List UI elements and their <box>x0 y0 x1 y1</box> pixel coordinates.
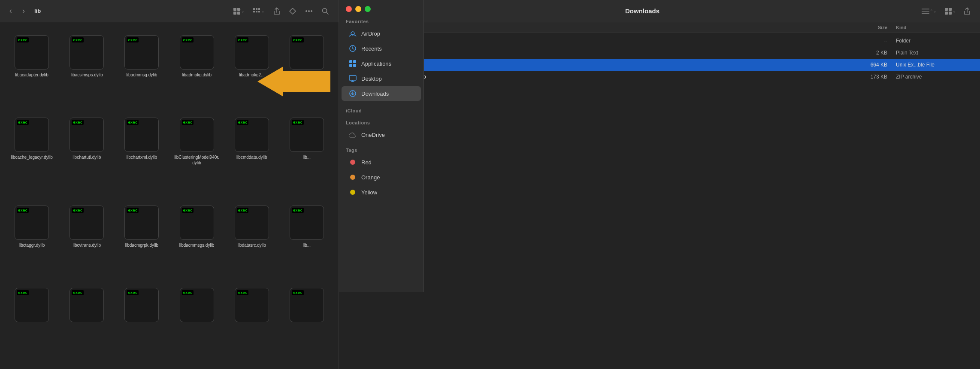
list-item[interactable]: exec libchartxml.dylib <box>114 113 169 201</box>
exec-badge: exec <box>237 290 249 295</box>
sidebar-item-applications[interactable]: Applications <box>342 56 421 71</box>
back-button[interactable]: ‹ <box>7 5 15 17</box>
list-item[interactable]: exec libctaggr.dylib <box>4 201 59 284</box>
file-name: libdacmgrpk.dylib <box>125 242 158 248</box>
file-icon: exec <box>70 288 104 322</box>
sidebar-item-onedrive[interactable]: OneDrive <box>342 127 421 142</box>
forward-button[interactable]: › <box>20 5 27 17</box>
svg-point-11 <box>305 10 307 12</box>
list-item[interactable]: exec libcache_legacyr.dylib <box>4 113 59 201</box>
sidebar-item-yellow[interactable]: Yellow <box>342 185 421 200</box>
file-name: libdacmmsgs.dylib <box>179 242 215 248</box>
sidebar-item-downloads[interactable]: Downloads <box>342 86 421 101</box>
tags-label: Tags <box>339 145 423 154</box>
list-item[interactable]: exec <box>224 284 279 360</box>
table-row[interactable]: 29.0.1.1-IM...F001 (1).zip 173 KB ZIP ar… <box>339 71 980 83</box>
row-kind: Plain Text <box>896 50 973 56</box>
exec-badge: exec <box>182 290 194 295</box>
exec-badge: exec <box>17 208 29 213</box>
list-item[interactable]: exec libadmmsg.dylib <box>114 31 169 113</box>
yellow-tag-icon <box>348 188 357 197</box>
table-row[interactable]: libplatdep.dylib 664 KB Unix Ex...ble Fi… <box>339 59 980 71</box>
list-item[interactable]: exec lib... <box>279 113 334 201</box>
list-item[interactable]: exec libClusteringModel940r.dylib <box>169 113 224 201</box>
list-item[interactable]: exec libdacmmsgs.dylib <box>169 201 224 284</box>
file-icon: exec <box>290 288 324 322</box>
svg-rect-22 <box>349 64 352 67</box>
file-name: libadmpkg2... <box>239 72 264 78</box>
share-button[interactable] <box>271 6 283 17</box>
list-item[interactable]: exec libchartutl.dylib <box>59 113 114 201</box>
list-item[interactable]: exec <box>4 284 59 360</box>
list-item[interactable]: exec libacsimsps.dylib <box>59 31 114 113</box>
svg-rect-7 <box>258 8 260 10</box>
right-grid-view-button[interactable]: ⌄ <box>942 6 959 17</box>
list-item[interactable]: exec libadmpkg2... <box>224 31 279 113</box>
file-name: libdatasrc.dylib <box>238 242 266 248</box>
sidebar-popup: Favorites AirDrop Recents <box>339 0 424 292</box>
sidebar-item-desktop[interactable]: Desktop <box>342 71 421 86</box>
favorites-label: Favorites <box>339 16 423 26</box>
file-icon: exec <box>235 35 269 70</box>
file-icon: exec <box>15 35 49 70</box>
row-size: 173 KB <box>853 74 896 80</box>
table-row[interactable]: Readme_29.0.1.1-1.txt 2 KB Plain Text <box>339 47 980 59</box>
exec-badge: exec <box>292 290 304 295</box>
list-item[interactable]: exec <box>279 31 334 113</box>
sidebar-item-red[interactable]: Red <box>342 155 421 169</box>
exec-badge: exec <box>182 120 194 125</box>
file-icon: exec <box>290 35 324 70</box>
sidebar-item-recents[interactable]: Recents <box>342 41 421 56</box>
exec-badge: exec <box>127 290 139 295</box>
right-share-button[interactable] <box>961 6 973 17</box>
list-item[interactable]: exec libcmddata.dylib <box>224 113 279 201</box>
exec-badge: exec <box>72 208 84 213</box>
sidebar-item-orange[interactable]: Orange <box>342 170 421 184</box>
close-button[interactable] <box>346 6 352 12</box>
list-item[interactable]: exec libdatasrc.dylib <box>224 201 279 284</box>
row-size: 2 KB <box>853 50 896 56</box>
exec-badge: exec <box>17 120 29 125</box>
onedrive-label: OneDrive <box>361 132 385 138</box>
right-list-view-button[interactable]: ⌃⌄ <box>919 6 939 17</box>
svg-line-15 <box>327 12 329 14</box>
row-name: libplatdep.dylib <box>353 61 853 68</box>
exec-badge: exec <box>127 37 139 42</box>
svg-rect-33 <box>949 8 952 11</box>
right-finder-panel: ‹ › Downloads ⌃⌄ ⌄ <box>339 0 980 369</box>
airdrop-label: AirDrop <box>361 30 380 37</box>
search-button[interactable] <box>319 6 332 17</box>
minimize-button[interactable] <box>355 6 361 12</box>
exec-badge: exec <box>127 208 139 213</box>
tag-button[interactable] <box>286 6 299 17</box>
list-item[interactable]: exec libdacmgrpk.dylib <box>114 201 169 284</box>
more-button[interactable] <box>302 8 315 14</box>
list-item[interactable]: exec <box>114 284 169 360</box>
list-item[interactable]: exec libacadapter.dylib <box>4 31 59 113</box>
view-grid-button[interactable]: ⌄ <box>230 6 247 17</box>
list-item[interactable]: exec <box>59 284 114 360</box>
file-icon: exec <box>180 118 214 152</box>
list-item[interactable]: exec <box>279 284 334 360</box>
view-options-button[interactable]: ⌄ <box>251 6 267 16</box>
file-icon: exec <box>124 206 159 240</box>
list-item[interactable]: exec libcvtrans.dylib <box>59 201 114 284</box>
row-kind: ZIP archive <box>896 74 973 80</box>
svg-rect-32 <box>945 8 948 11</box>
list-item[interactable]: exec <box>169 284 224 360</box>
table-row[interactable]: ▾ 29.0.1.1-IM...MAC-IF001 -- Folder <box>339 35 980 47</box>
file-list: ▾ 29.0.1.1-IM...MAC-IF001 -- Folder Read <box>339 33 980 369</box>
list-item[interactable]: exec lib... <box>279 201 334 284</box>
svg-rect-2 <box>233 12 236 15</box>
file-name: libadmpkg.dylib <box>182 72 212 78</box>
red-tag-label: Red <box>361 159 372 166</box>
downloads-icon <box>348 89 357 98</box>
maximize-button[interactable] <box>365 6 371 12</box>
file-name: libctaggr.dylib <box>19 242 45 248</box>
exec-badge: exec <box>72 120 84 125</box>
exec-badge: exec <box>72 290 84 295</box>
list-item[interactable]: exec libadmpkg.dylib <box>169 31 224 113</box>
downloads-label: Downloads <box>361 91 389 97</box>
sidebar-item-airdrop[interactable]: AirDrop <box>342 26 421 41</box>
orange-tag-label: Orange <box>361 174 380 181</box>
